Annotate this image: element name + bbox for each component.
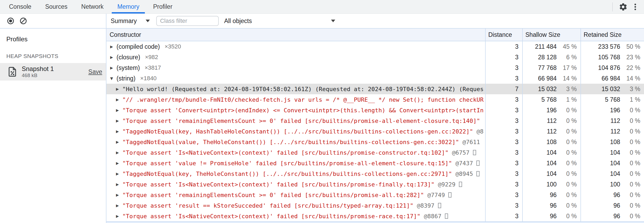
constructor-cell: ▶"Torque assert 'Is<NativeContext>(conte… xyxy=(106,211,485,221)
table-row[interactable]: ▼(string)×1840366 98414 %66 98414 % xyxy=(106,73,644,84)
expand-arrow-icon[interactable]: ▶ xyxy=(110,44,117,49)
constructor-cell: ▶"Torque assert 'Is<NativeContext>(conte… xyxy=(106,147,485,158)
perspective-select[interactable]: Summary xyxy=(111,17,150,25)
expand-arrow-icon[interactable]: ▶ xyxy=(116,161,122,165)
table-row[interactable]: ▶"Hello world! (Requested at: 2024-08-19… xyxy=(106,84,644,94)
table-row[interactable]: ▶"TaggedNotEqual(key, HashTableHoleConst… xyxy=(106,126,644,137)
shallow-size-cell: 1000 % xyxy=(522,179,580,190)
profiles-sidebar: Profiles HEAP SNAPSHOTS Snapshot 1 xyxy=(0,14,106,223)
object-id: @8867 xyxy=(424,213,441,220)
tab-profiler[interactable]: Profiler xyxy=(146,0,179,14)
constructor-cell: ▶"Torque assert 'Is<NativeContext>(conte… xyxy=(106,179,485,190)
grid-rows: ▶(compiled code)×35203211 48445 %233 576… xyxy=(106,41,644,221)
shallow-size-percent: 0 % xyxy=(557,107,577,114)
shallow-size-value: 104 xyxy=(547,170,557,177)
expand-arrow-icon[interactable]: ▶ xyxy=(116,108,122,112)
table-row[interactable]: ▶"Torque assert 'remainingElementsCount … xyxy=(106,190,644,200)
snapshot-toolbar: Summary All objects xyxy=(106,14,644,29)
column-header-constructor[interactable]: Constructor xyxy=(106,29,485,41)
shallow-size-cell: 960 % xyxy=(522,211,580,221)
table-row[interactable]: ▶"Torque assert 'result == kStoreSuccede… xyxy=(106,200,644,211)
shallow-size-percent: 14 % xyxy=(557,75,577,82)
expand-arrow-icon[interactable]: ▶ xyxy=(116,203,122,208)
table-row[interactable]: ▶"Torque assert 'Convert<uintptr>(endInd… xyxy=(106,105,644,115)
table-row[interactable]: ▶"Torque assert 'Is<NativeContext>(conte… xyxy=(106,147,644,158)
table-row[interactable]: ▶"Torque assert 'Is<NativeContext>(conte… xyxy=(106,179,644,190)
retained-size-percent: 23 % xyxy=(620,54,640,61)
string-value-label: "Torque assert 'remainingElementsCount >… xyxy=(122,192,424,198)
table-row[interactable]: ▶"// .wrangler/tmp/bundle-FmNIt0/checked… xyxy=(106,94,644,105)
tab-console[interactable]: Console xyxy=(2,0,38,14)
tab-sources[interactable]: Sources xyxy=(38,0,74,14)
object-id: @9229 xyxy=(438,181,455,188)
column-header-retained-size[interactable]: Retained Size xyxy=(580,29,644,41)
unprintable-char-box xyxy=(448,192,451,198)
object-filter-select[interactable]: All objects xyxy=(224,17,335,25)
string-value-label: "Torque assert 'remainingElementsCount >… xyxy=(122,118,480,124)
clear-profiles-button[interactable] xyxy=(17,15,29,27)
table-row[interactable]: ▶"Torque assert 'remainingElementsCount … xyxy=(106,115,644,126)
shallow-size-cell: 1120 % xyxy=(522,115,580,126)
shallow-size-percent: 0 % xyxy=(557,181,577,188)
record-circle-icon xyxy=(7,17,15,25)
grid-bottom-strip xyxy=(106,221,644,223)
shallow-size-cell: 1040 % xyxy=(522,147,580,158)
shallow-size-value: 112 xyxy=(547,128,557,135)
table-row[interactable]: ▶(compiled code)×35203211 48445 %233 576… xyxy=(106,41,644,52)
column-header-shallow-size[interactable]: Shallow Size xyxy=(522,29,580,41)
distance-cell: 3 xyxy=(485,190,522,200)
panel-content: Profiles HEAP SNAPSHOTS Snapshot 1 xyxy=(0,14,644,223)
string-value-label: "Torque assert 'value != PromiseHole' fa… xyxy=(122,160,452,167)
expand-arrow-icon[interactable]: ▶ xyxy=(116,97,122,102)
retained-size-cell: 1120 % xyxy=(580,115,644,126)
tab-network-label: Network xyxy=(81,3,104,10)
retained-size-cell: 1120 % xyxy=(580,126,644,137)
more-options-button[interactable] xyxy=(629,1,641,13)
unprintable-char-box xyxy=(438,203,441,208)
collapse-arrow-icon[interactable]: ▼ xyxy=(110,76,117,81)
shallow-size-percent: 0 % xyxy=(557,139,577,146)
table-row[interactable]: ▶"TaggedNotEqual(value, TheHoleConstant(… xyxy=(106,137,644,147)
table-row[interactable]: ▶"TaggedNotEqual(key, TheHoleConstant())… xyxy=(106,168,644,179)
constructor-cell: ▶"Torque assert 'remainingElementsCount … xyxy=(106,115,485,126)
distance-cell: 7 xyxy=(485,84,522,94)
retained-size-cell: 960 % xyxy=(580,190,644,200)
retained-size-value: 15 032 xyxy=(602,86,620,93)
expand-arrow-icon[interactable]: ▶ xyxy=(116,150,122,155)
shallow-size-percent: 0 % xyxy=(557,170,577,177)
retained-size-value: 96 xyxy=(613,202,620,209)
table-row[interactable]: ▶"Torque assert 'Is<NativeContext>(conte… xyxy=(106,211,644,221)
expand-arrow-icon[interactable]: ▶ xyxy=(116,182,122,186)
class-filter-input[interactable] xyxy=(156,16,219,26)
table-row[interactable]: ▶"Torque assert 'value != PromiseHole' f… xyxy=(106,158,644,168)
expand-arrow-icon[interactable]: ▶ xyxy=(116,172,122,176)
heap-snapshot-grid: Constructor Distance Shallow Size Retain… xyxy=(106,29,644,223)
expand-arrow-icon[interactable]: ▶ xyxy=(116,87,122,91)
tab-memory[interactable]: Memory xyxy=(110,0,146,14)
expand-arrow-icon[interactable]: ▶ xyxy=(116,193,122,197)
expand-arrow-icon[interactable]: ▶ xyxy=(116,214,122,218)
expand-arrow-icon[interactable]: ▶ xyxy=(110,66,117,70)
expand-arrow-icon[interactable]: ▶ xyxy=(116,140,122,144)
expand-arrow-icon[interactable]: ▶ xyxy=(116,119,122,123)
retained-size-cell: 960 % xyxy=(580,200,644,211)
tab-network[interactable]: Network xyxy=(74,0,110,14)
save-snapshot-link[interactable]: Save xyxy=(88,68,102,75)
retained-size-cell: 1960 % xyxy=(580,105,644,115)
take-snapshot-button[interactable] xyxy=(5,15,16,27)
expand-arrow-icon[interactable]: ▶ xyxy=(116,129,122,133)
constructor-group-label: (string) xyxy=(117,75,136,82)
shallow-size-percent: 0 % xyxy=(557,117,577,124)
shallow-size-value: 104 xyxy=(547,160,557,167)
retained-size-percent: 0 % xyxy=(620,128,640,135)
heap-snapshot-view: Summary All objects Constructor Distance… xyxy=(106,14,644,223)
instance-count: ×3520 xyxy=(165,43,181,50)
object-id: @8 xyxy=(477,128,484,135)
expand-arrow-icon[interactable]: ▶ xyxy=(110,55,117,59)
settings-button[interactable] xyxy=(617,1,629,13)
table-row[interactable]: ▶(closure)×982328 1286 %105 76823 % xyxy=(106,52,644,63)
retained-size-cell: 233 57650 % xyxy=(580,41,644,52)
sidebar-item-snapshot-1[interactable]: Snapshot 1 468 kB Save xyxy=(0,63,106,81)
column-header-distance[interactable]: Distance xyxy=(485,29,522,41)
table-row[interactable]: ▶(system)×3817377 76817 %104 87622 % xyxy=(106,63,644,73)
